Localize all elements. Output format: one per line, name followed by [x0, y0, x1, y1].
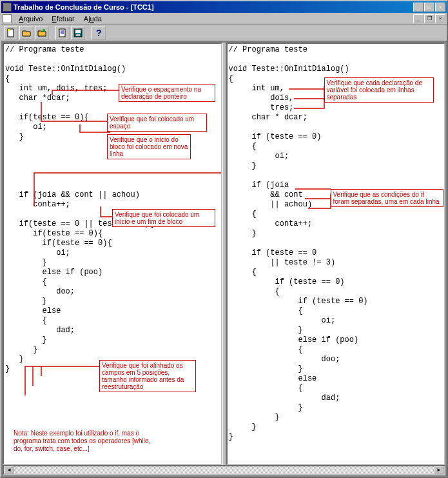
menu-help[interactable]: Ajuda [79, 15, 106, 23]
menu-bar: Arquivo Efetuar Ajuda _ ❐ × [1, 13, 447, 25]
save-button[interactable] [71, 26, 85, 40]
annotation-block-begin-end: Verifique que foi colocado um início e u… [112, 209, 215, 227]
mdi-close-button[interactable]: × [435, 14, 445, 23]
svg-rect-3 [59, 29, 65, 37]
window-buttons: _ □ × [413, 3, 445, 12]
svg-rect-9 [76, 34, 80, 36]
svg-rect-8 [75, 30, 81, 33]
annotation-space-added: Verifique que foi colocado um espaço [107, 114, 207, 132]
right-code[interactable]: // Programa teste void Teste::OnInitDial… [228, 44, 445, 464]
mdi-minimize-button[interactable]: _ [413, 14, 424, 23]
split-panes: // Programa teste void Teste::OnInitDial… [3, 43, 445, 465]
horizontal-scrollbar[interactable]: ◄ ► [3, 465, 445, 475]
left-pane: // Programa teste void Teste::OnInitDial… [3, 43, 222, 465]
minimize-button[interactable]: _ [413, 3, 424, 12]
left-code[interactable]: // Programa teste void Teste::OnInitDial… [4, 44, 221, 464]
menu-exec[interactable]: Efetuar [47, 15, 79, 23]
svg-text:?: ? [96, 28, 102, 38]
svg-point-2 [43, 29, 45, 32]
open-button[interactable] [19, 26, 34, 40]
app-icon [3, 3, 12, 12]
mdi-restore-button[interactable]: ❐ [424, 14, 434, 23]
scroll-track[interactable] [14, 466, 434, 474]
workarea: // Programa teste void Teste::OnInitDial… [1, 41, 447, 477]
menu-file[interactable]: Arquivo [14, 15, 47, 23]
annotation-block-newline: Verifique que o início do bloco foi colo… [107, 134, 191, 159]
scroll-right-button[interactable]: ► [434, 466, 444, 474]
toolbar: ? [1, 25, 447, 41]
annotation-var-lines: Verifique que cada declaração de variáve… [324, 77, 434, 103]
open2-button[interactable] [35, 26, 49, 40]
svg-rect-1 [8, 29, 10, 31]
scroll-left-button[interactable]: ◄ [4, 466, 14, 474]
new-button[interactable] [4, 26, 18, 40]
titlebar: Trabalho de Conclusão de Curso - [TCC1] … [1, 1, 447, 13]
annotation-pointer-spacing: Verifique o espaçamento na declaração de… [119, 84, 215, 102]
mdi-doc-icon[interactable] [3, 14, 12, 23]
doc-button[interactable] [55, 26, 70, 40]
annotation-alignment: Verifique que foi alinhado os campos em … [99, 360, 196, 392]
right-pane: // Programa teste void Teste::OnInitDial… [226, 43, 446, 465]
annotation-cond-lines: Verifique que as condições do if foram s… [331, 189, 443, 207]
annotation-note: Nota: Neste exemplo foi utilizado o if, … [14, 430, 159, 453]
main-window: Trabalho de Conclusão de Curso - [TCC1] … [0, 0, 448, 478]
help-button[interactable]: ? [92, 26, 106, 40]
window-title: Trabalho de Conclusão de Curso - [TCC1] [14, 3, 413, 11]
close-button[interactable]: × [435, 3, 445, 12]
maximize-button[interactable]: □ [424, 3, 434, 12]
